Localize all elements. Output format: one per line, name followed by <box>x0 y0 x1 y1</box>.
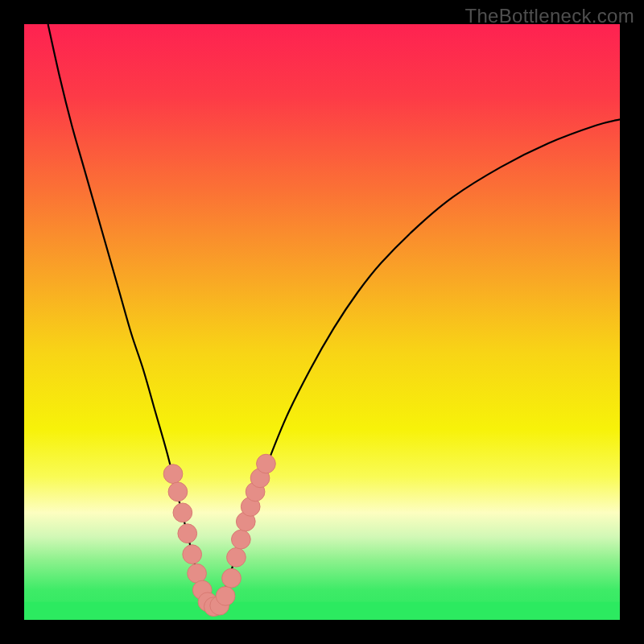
chart-svg <box>24 24 620 620</box>
chart-frame: TheBottleneck.com <box>0 0 644 644</box>
curve-marker <box>232 530 251 549</box>
curve-marker <box>257 454 276 473</box>
curve-marker <box>178 524 197 543</box>
curve-marker <box>188 564 207 583</box>
curve-marker <box>168 482 188 502</box>
green-band <box>24 602 620 620</box>
plot-area <box>24 24 620 620</box>
curve-marker <box>183 545 202 564</box>
curve-marker <box>216 587 235 606</box>
curve-marker <box>222 568 242 588</box>
watermark-text: TheBottleneck.com <box>464 5 634 27</box>
curve-marker <box>163 464 183 484</box>
curve-marker <box>173 503 192 522</box>
curve-marker <box>227 547 246 567</box>
gradient-background <box>24 24 620 620</box>
